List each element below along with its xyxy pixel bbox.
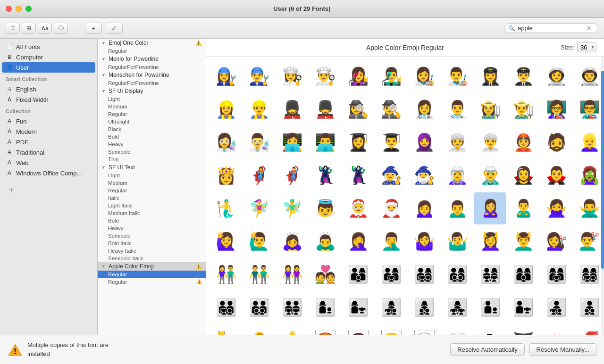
emoji-cell[interactable]: 👭 bbox=[276, 258, 308, 290]
emoji-cell[interactable]: 🙋‍♀️ bbox=[210, 225, 242, 257]
emoji-cell[interactable]: 👅 bbox=[507, 324, 539, 335]
emoji-cell[interactable]: 🤶 bbox=[342, 192, 374, 224]
emoji-cell[interactable]: 👁 bbox=[474, 324, 506, 335]
search-input[interactable] bbox=[518, 25, 584, 32]
emoji-cell[interactable]: 🤦‍♀️ bbox=[342, 225, 374, 257]
add-collection-button[interactable]: + bbox=[5, 183, 18, 198]
emoji-cell[interactable]: 🧝‍♀️ bbox=[441, 159, 473, 191]
emoji-cell[interactable]: 👩‍👩‍👧 bbox=[540, 258, 572, 290]
emoji-cell[interactable]: 👼 bbox=[309, 192, 341, 224]
emoji-cell[interactable]: 👬 bbox=[243, 258, 275, 290]
emoji-cell[interactable]: 🧚‍♀️ bbox=[243, 192, 275, 224]
font-style-menschen-regular[interactable]: RegularForPowerline bbox=[98, 79, 206, 87]
emoji-cell[interactable]: 🧙‍♂️ bbox=[408, 159, 440, 191]
emoji-cell[interactable]: 🦸‍♂️ bbox=[276, 159, 308, 191]
emoji-cell[interactable]: 👨‍👩‍👦 bbox=[342, 258, 374, 290]
emoji-cell[interactable]: 👲 bbox=[507, 126, 539, 158]
font-style-sfuidisplay-light[interactable]: Light bbox=[98, 95, 206, 103]
emoji-cell[interactable]: 👨‍👦‍👦 bbox=[573, 291, 604, 323]
emoji-cell[interactable]: 👨‍🔧 bbox=[243, 60, 275, 92]
font-style-sfuitext-heavy-italic[interactable]: Heavy Italic bbox=[98, 247, 206, 255]
emoji-cell[interactable]: 🦸‍♀️ bbox=[243, 159, 275, 191]
emoji-cell[interactable]: 👩‍🎨 bbox=[408, 60, 440, 92]
emoji-cell[interactable]: 💆‍♀️ bbox=[474, 225, 506, 257]
emoji-cell[interactable]: 👨‍👩‍👧‍👧 bbox=[474, 258, 506, 290]
emoji-cell[interactable]: 👩‍🔧 bbox=[210, 60, 242, 92]
emoji-cell[interactable]: 👩‍🌾 bbox=[474, 93, 506, 125]
emoji-cell[interactable]: 👨‍👨‍👦‍👦 bbox=[243, 291, 275, 323]
emoji-cell[interactable]: 🙇‍♀️ bbox=[276, 225, 308, 257]
resolve-auto-button[interactable]: Resolve Automatically bbox=[450, 343, 524, 356]
emoji-cell[interactable]: 👨‍👧‍👦 bbox=[540, 291, 572, 323]
font-style-menlo-regular[interactable]: RegularForPowerline bbox=[98, 63, 206, 71]
emoji-cell[interactable]: 👩‍🎤 bbox=[342, 60, 374, 92]
font-family-menschen[interactable]: ▼ Menschen for Powerline bbox=[98, 71, 206, 79]
maximize-button[interactable] bbox=[25, 6, 32, 12]
emoji-cell[interactable]: 🦲 bbox=[375, 324, 407, 335]
emoji-cell[interactable]: 👨‍🔬 bbox=[243, 126, 275, 158]
emoji-cell[interactable]: 👩‍👧 bbox=[342, 291, 374, 323]
emoji-cell[interactable]: 👩‍✈️ bbox=[474, 60, 506, 92]
emoji-cell[interactable]: 🙍‍♂️ bbox=[441, 192, 473, 224]
font-style-sfuidisplay-semibold[interactable]: Semibold bbox=[98, 148, 206, 156]
emoji-cell[interactable]: 🧙‍♀️ bbox=[375, 159, 407, 191]
emoji-cell[interactable]: 👨‍🚀 bbox=[573, 60, 604, 92]
sidebar-item-traditional[interactable]: A Traditional bbox=[0, 147, 97, 157]
emoji-cell[interactable]: 👱‍♀️ bbox=[573, 126, 604, 158]
emoji-cell[interactable]: 👷‍♀️ bbox=[210, 93, 242, 125]
emoji-cell[interactable]: 👨‍⚕️ bbox=[441, 93, 473, 125]
emoji-cell[interactable]: 👨‍🎤 bbox=[375, 60, 407, 92]
emoji-cell[interactable]: 👩‍🏫 bbox=[540, 93, 572, 125]
emoji-cell[interactable]: 🧚‍♂️ bbox=[276, 192, 308, 224]
emoji-cell[interactable]: 🦹‍♂️ bbox=[342, 159, 374, 191]
font-style-sfuidisplay-ultralight[interactable]: Ultralight bbox=[98, 118, 206, 125]
emoji-cell[interactable]: 👸 bbox=[210, 159, 242, 191]
emoji-cell[interactable]: 👩‍👧‍👧 bbox=[441, 291, 473, 323]
font-family-emojione[interactable]: ▼ EmojiOne Color ⚠️ bbox=[98, 39, 206, 47]
font-style-apple-emoji-regular-2[interactable]: Regular ⚠️ bbox=[98, 278, 206, 286]
emoji-cell[interactable]: 👨‍💻 bbox=[309, 126, 341, 158]
emoji-cell[interactable]: 👩‍🚀 bbox=[540, 60, 572, 92]
emoji-cell[interactable]: 🙇‍♂️ bbox=[309, 225, 341, 257]
font-style-sfuitext-bold-italic[interactable]: Bold Italic bbox=[98, 240, 206, 247]
sidebar-toggle-button[interactable]: ☰ bbox=[6, 23, 20, 34]
emoji-cell[interactable]: 🙅‍♂️ bbox=[573, 192, 604, 224]
font-style-sfuitext-medium[interactable]: Medium bbox=[98, 179, 206, 187]
emoji-cell[interactable]: 🧛‍♂️ bbox=[540, 159, 572, 191]
emoji-cell[interactable]: 🧔 bbox=[540, 126, 572, 158]
font-style-sfuitext-semibold-italic[interactable]: Semibold Italic bbox=[98, 255, 206, 262]
emoji-cell[interactable]: 💇‍♂️ bbox=[573, 225, 604, 257]
font-style-sfuitext-light-italic[interactable]: Light Italic bbox=[98, 202, 206, 209]
font-family-sfuitext[interactable]: ▼ SF UI Text bbox=[98, 163, 206, 172]
emoji-cell[interactable]: 👨‍🌾 bbox=[507, 93, 539, 125]
emoji-cell[interactable]: 🧕 bbox=[408, 126, 440, 158]
emoji-cell[interactable]: 🎅 bbox=[375, 192, 407, 224]
emoji-cell[interactable]: 👨‍👨‍👧‍👧 bbox=[276, 291, 308, 323]
font-style-sfuitext-semibold[interactable]: Semibold bbox=[98, 232, 206, 240]
view-grid-button[interactable]: ⊞ bbox=[22, 23, 36, 34]
emoji-cell[interactable]: 👩‍🍳 bbox=[276, 60, 308, 92]
emoji-cell[interactable]: 🦳 bbox=[408, 324, 440, 335]
scrollbar-thumb[interactable] bbox=[601, 71, 604, 269]
emoji-cell[interactable]: 👩‍💻 bbox=[276, 126, 308, 158]
emoji-cell[interactable]: 🕵️‍♂️ bbox=[375, 93, 407, 125]
sidebar-item-user[interactable]: 👤 User bbox=[2, 62, 95, 73]
add-font-button[interactable]: + bbox=[85, 23, 102, 34]
emoji-cell[interactable]: 🧛‍♀️ bbox=[507, 159, 539, 191]
emoji-cell[interactable]: 🤷‍♂️ bbox=[441, 225, 473, 257]
emoji-cell[interactable]: 👳‍♂️ bbox=[474, 126, 506, 158]
emoji-cell[interactable]: 👨‍👧 bbox=[507, 291, 539, 323]
emoji-cell[interactable]: 👫 bbox=[210, 258, 242, 290]
emoji-cell[interactable]: 🙎‍♂️ bbox=[507, 192, 539, 224]
search-clear-button[interactable]: ✕ bbox=[586, 25, 592, 32]
sidebar-item-windows-office[interactable]: A Windows Office Comp... bbox=[0, 168, 97, 178]
emoji-cell[interactable]: 👨‍👩‍👧‍👦 bbox=[408, 258, 440, 290]
font-style-sfuidisplay-medium[interactable]: Medium bbox=[98, 103, 206, 110]
emoji-cell[interactable]: 👂 bbox=[243, 324, 275, 335]
emoji-cell[interactable]: 🕵️‍♀️ bbox=[342, 93, 374, 125]
font-style-sfuidisplay-bold[interactable]: Bold bbox=[98, 133, 206, 141]
emoji-cell[interactable]: 🧝‍♂️ bbox=[474, 159, 506, 191]
emoji-cell[interactable]: 🙍‍♀️ bbox=[408, 192, 440, 224]
sidebar-item-web[interactable]: A Web bbox=[0, 157, 97, 168]
emoji-cell[interactable]: 💆‍♂️ bbox=[507, 225, 539, 257]
